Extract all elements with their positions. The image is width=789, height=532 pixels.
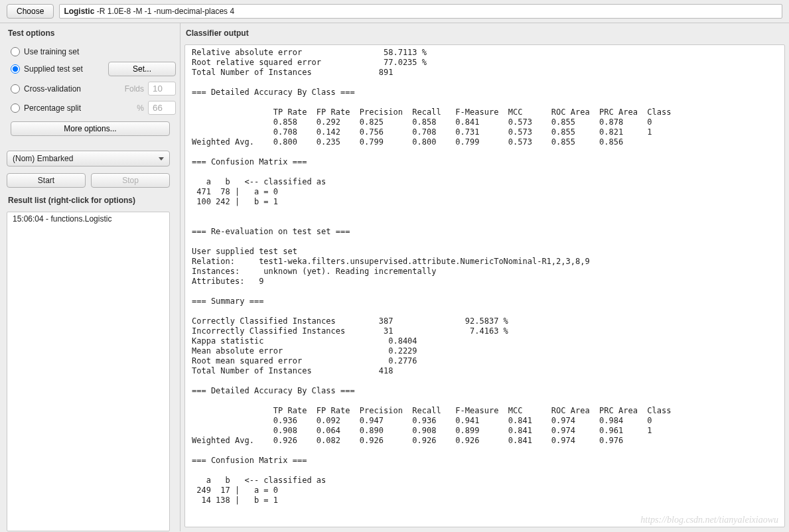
result-item[interactable]: 15:06:04 - functions.Logistic xyxy=(7,212,169,226)
radio-supplied-test[interactable] xyxy=(11,64,20,74)
chevron-down-icon xyxy=(159,157,164,161)
classifier-output-text: Relative absolute error 58.7113 % Root r… xyxy=(192,48,778,505)
start-button[interactable]: Start xyxy=(7,173,86,188)
choose-button[interactable]: Choose xyxy=(7,4,54,19)
folds-input[interactable] xyxy=(148,82,176,96)
label-cross-validation[interactable]: Cross-validation xyxy=(24,84,121,94)
classifier-output-area[interactable]: Relative absolute error 58.7113 % Root r… xyxy=(184,44,785,527)
class-attribute-select[interactable]: (Nom) Embarked xyxy=(7,151,170,166)
stop-button: Stop xyxy=(91,173,170,188)
radio-percentage-split[interactable] xyxy=(11,103,20,113)
label-use-training[interactable]: Use training set xyxy=(24,47,176,56)
radio-cross-validation[interactable] xyxy=(11,84,20,94)
label-percentage-split[interactable]: Percentage split xyxy=(24,103,133,113)
classifier-args: -R 1.0E-8 -M -1 -num-decimal-places 4 xyxy=(94,7,234,16)
test-options-group: Use training set Supplied test set Set..… xyxy=(7,42,180,143)
classifier-name: Logistic xyxy=(64,7,94,16)
test-options-title: Test options xyxy=(7,23,180,42)
radio-use-training[interactable] xyxy=(11,47,20,56)
more-options-button[interactable]: More options... xyxy=(11,121,170,136)
set-button[interactable]: Set... xyxy=(108,62,176,76)
pct-symbol: % xyxy=(137,103,144,113)
left-panel: Test options Use training set Supplied t… xyxy=(0,23,180,531)
classifier-output-title: Classifier output xyxy=(180,23,789,42)
class-attribute-value: (Nom) Embarked xyxy=(13,154,73,163)
classifier-top-bar: Choose Logistic -R 1.0E-8 -M -1 -num-dec… xyxy=(0,0,789,23)
classifier-command-field[interactable]: Logistic -R 1.0E-8 -M -1 -num-decimal-pl… xyxy=(59,4,782,19)
percentage-input[interactable] xyxy=(148,101,176,115)
result-list[interactable]: 15:06:04 - functions.Logistic xyxy=(7,212,170,531)
main-content: Test options Use training set Supplied t… xyxy=(0,23,789,531)
right-panel: Classifier output Relative absolute erro… xyxy=(180,23,789,531)
result-list-title: Result list (right-click for options) xyxy=(7,188,180,209)
label-supplied-test[interactable]: Supplied test set xyxy=(24,64,104,74)
folds-label: Folds xyxy=(125,84,144,94)
